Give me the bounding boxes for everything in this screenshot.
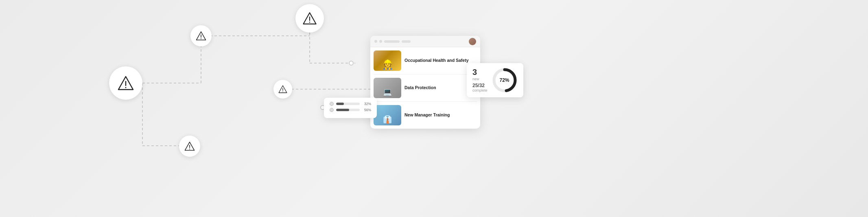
new-label: new <box>472 77 488 81</box>
donut-chart: 72% <box>492 67 518 93</box>
course-title-manager: New Manager Training <box>404 112 450 118</box>
course-thumb-protection <box>374 78 401 98</box>
course-thumb-manager <box>374 105 401 125</box>
user-avatar <box>469 38 476 45</box>
course-title-safety: Occupational Health and Safety <box>404 58 469 64</box>
main-card: Occupational Health and Safety Data Prot… <box>370 36 480 129</box>
warning-icon-large-top-center <box>295 4 324 33</box>
warning-icon-large-left <box>109 66 142 100</box>
svg-point-19 <box>282 91 283 92</box>
divider-1 <box>374 74 477 75</box>
progress-card: 3 new 25/32 complete 72% <box>467 63 523 97</box>
donut-label: 72% <box>492 67 518 93</box>
warning-icon-small-center <box>273 80 292 99</box>
mini-dot-2 <box>330 108 334 112</box>
divider-2 <box>374 101 477 102</box>
mini-row-2: 56% <box>330 108 371 112</box>
mini-bar-fill-2 <box>336 109 349 111</box>
svg-point-17 <box>309 22 310 23</box>
mini-row-1: 32% <box>330 102 371 106</box>
svg-point-21 <box>189 149 190 149</box>
warning-icon-small-top <box>190 25 212 46</box>
topbar-dot-2 <box>379 40 382 43</box>
course-title-protection: Data Protection <box>404 85 436 91</box>
progress-text-group: 3 new 25/32 complete <box>472 68 488 92</box>
mini-bar-wrap-1 <box>336 103 360 105</box>
topbar-bar-1 <box>384 40 400 43</box>
card-body: Occupational Health and Safety Data Prot… <box>370 47 480 129</box>
course-row-manager: New Manager Training <box>374 105 477 125</box>
mini-dot-1 <box>330 102 334 106</box>
mini-pct-1: 32% <box>362 102 371 106</box>
card-topbar <box>370 36 480 47</box>
course-row-safety: Occupational Health and Safety <box>374 50 477 71</box>
mini-bar-fill-1 <box>336 103 344 105</box>
complete-label: complete <box>472 88 488 92</box>
connector-dot-1 <box>349 61 354 66</box>
complete-fraction: 25/32 <box>472 83 488 88</box>
topbar-dot-1 <box>374 40 377 43</box>
mini-bar-wrap-2 <box>336 109 360 111</box>
svg-point-13 <box>125 87 127 88</box>
course-row-protection: Data Protection <box>374 78 477 98</box>
mini-pct-2: 56% <box>362 108 371 112</box>
svg-point-15 <box>201 38 201 39</box>
mini-progress-card: 32% 56% <box>324 98 377 118</box>
warning-icon-small-bottom <box>179 136 200 157</box>
course-thumb-safety <box>374 50 401 71</box>
new-count: 3 <box>472 68 488 76</box>
topbar-bar-2 <box>402 40 411 43</box>
